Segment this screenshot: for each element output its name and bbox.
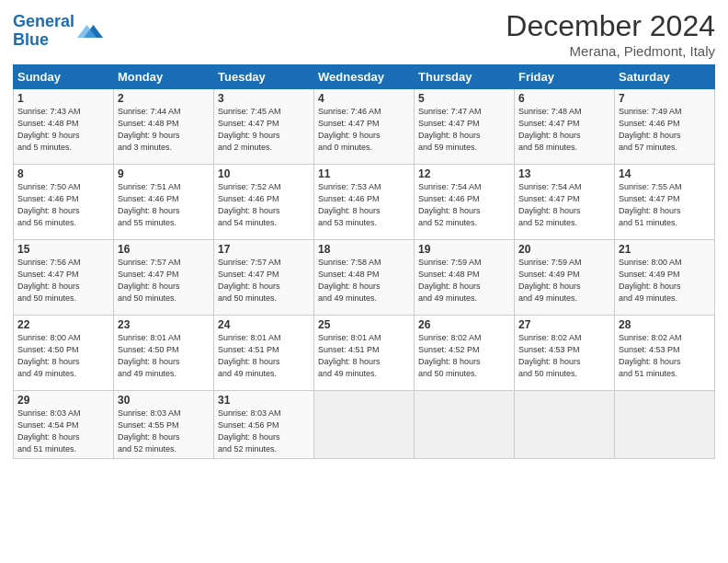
table-row xyxy=(314,391,415,459)
location: Merana, Piedmont, Italy xyxy=(506,43,715,59)
day-number: 25 xyxy=(318,318,410,331)
header-tuesday: Tuesday xyxy=(214,65,314,89)
table-row: 25Sunrise: 8:01 AMSunset: 4:51 PMDayligh… xyxy=(314,316,415,391)
table-row: 9Sunrise: 7:51 AMSunset: 4:46 PMDaylight… xyxy=(114,165,214,240)
day-number: 27 xyxy=(518,318,610,331)
day-info: Sunrise: 7:48 AMSunset: 4:47 PMDaylight:… xyxy=(518,106,610,154)
logo: General Blue xyxy=(13,13,103,50)
day-number: 4 xyxy=(318,92,410,105)
day-number: 17 xyxy=(218,243,310,256)
logo-text: General Blue xyxy=(13,13,74,50)
day-number: 18 xyxy=(318,243,410,256)
table-row: 31Sunrise: 8:03 AMSunset: 4:56 PMDayligh… xyxy=(214,391,314,459)
table-row: 5Sunrise: 7:47 AMSunset: 4:47 PMDaylight… xyxy=(415,89,515,165)
day-number: 1 xyxy=(17,92,109,105)
day-number: 30 xyxy=(118,394,210,407)
day-number: 16 xyxy=(118,243,210,256)
table-row: 27Sunrise: 8:02 AMSunset: 4:53 PMDayligh… xyxy=(515,316,615,391)
day-number: 5 xyxy=(418,92,510,105)
day-info: Sunrise: 8:00 AMSunset: 4:50 PMDaylight:… xyxy=(17,332,109,380)
day-number: 10 xyxy=(218,167,310,180)
table-row: 8Sunrise: 7:50 AMSunset: 4:46 PMDaylight… xyxy=(14,165,114,240)
day-info: Sunrise: 8:03 AMSunset: 4:56 PMDaylight:… xyxy=(218,408,310,455)
day-number: 8 xyxy=(17,167,109,180)
logo-icon xyxy=(77,18,103,44)
day-info: Sunrise: 7:53 AMSunset: 4:46 PMDaylight:… xyxy=(318,181,410,229)
day-info: Sunrise: 7:46 AMSunset: 4:47 PMDaylight:… xyxy=(318,106,410,154)
table-row: 12Sunrise: 7:54 AMSunset: 4:46 PMDayligh… xyxy=(415,165,515,240)
table-row: 14Sunrise: 7:55 AMSunset: 4:47 PMDayligh… xyxy=(615,165,715,240)
calendar-table: Sunday Monday Tuesday Wednesday Thursday… xyxy=(13,64,715,459)
table-row: 19Sunrise: 7:59 AMSunset: 4:48 PMDayligh… xyxy=(415,240,515,316)
day-info: Sunrise: 8:02 AMSunset: 4:53 PMDaylight:… xyxy=(518,332,610,380)
table-row: 17Sunrise: 7:57 AMSunset: 4:47 PMDayligh… xyxy=(214,240,314,316)
table-row: 23Sunrise: 8:01 AMSunset: 4:50 PMDayligh… xyxy=(114,316,214,391)
day-info: Sunrise: 7:54 AMSunset: 4:46 PMDaylight:… xyxy=(418,181,510,229)
table-row: 2Sunrise: 7:44 AMSunset: 4:48 PMDaylight… xyxy=(114,89,214,165)
day-info: Sunrise: 8:01 AMSunset: 4:51 PMDaylight:… xyxy=(318,332,410,380)
table-row xyxy=(515,391,615,459)
day-info: Sunrise: 8:01 AMSunset: 4:51 PMDaylight:… xyxy=(218,332,310,380)
day-info: Sunrise: 7:47 AMSunset: 4:47 PMDaylight:… xyxy=(418,106,510,154)
day-number: 31 xyxy=(218,394,310,407)
table-row: 4Sunrise: 7:46 AMSunset: 4:47 PMDaylight… xyxy=(314,89,415,165)
day-info: Sunrise: 8:01 AMSunset: 4:50 PMDaylight:… xyxy=(118,332,210,380)
day-info: Sunrise: 8:02 AMSunset: 4:52 PMDaylight:… xyxy=(418,332,510,380)
day-number: 21 xyxy=(619,243,711,256)
table-row xyxy=(615,391,715,459)
day-info: Sunrise: 8:00 AMSunset: 4:49 PMDaylight:… xyxy=(619,257,711,304)
header: General Blue December 2024 Merana, Piedm… xyxy=(13,9,715,59)
title-block: December 2024 Merana, Piedmont, Italy xyxy=(506,9,715,59)
header-row: Sunday Monday Tuesday Wednesday Thursday… xyxy=(14,65,715,89)
table-row: 13Sunrise: 7:54 AMSunset: 4:47 PMDayligh… xyxy=(515,165,615,240)
day-info: Sunrise: 7:50 AMSunset: 4:46 PMDaylight:… xyxy=(17,181,109,229)
header-monday: Monday xyxy=(114,65,214,89)
day-info: Sunrise: 7:44 AMSunset: 4:48 PMDaylight:… xyxy=(118,106,210,154)
day-info: Sunrise: 7:43 AMSunset: 4:48 PMDaylight:… xyxy=(17,106,109,154)
day-number: 19 xyxy=(418,243,510,256)
page-container: General Blue December 2024 Merana, Piedm… xyxy=(0,0,728,465)
day-number: 13 xyxy=(518,167,610,180)
table-row: 21Sunrise: 8:00 AMSunset: 4:49 PMDayligh… xyxy=(615,240,715,316)
day-number: 29 xyxy=(17,394,109,407)
table-row: 22Sunrise: 8:00 AMSunset: 4:50 PMDayligh… xyxy=(14,316,114,391)
logo-blue: Blue xyxy=(13,30,49,49)
header-thursday: Thursday xyxy=(415,65,515,89)
table-row: 1Sunrise: 7:43 AMSunset: 4:48 PMDaylight… xyxy=(14,89,114,165)
day-number: 3 xyxy=(218,92,310,105)
day-info: Sunrise: 7:58 AMSunset: 4:48 PMDaylight:… xyxy=(318,257,410,304)
day-number: 9 xyxy=(118,167,210,180)
logo-general: General xyxy=(13,12,74,30)
day-info: Sunrise: 7:45 AMSunset: 4:47 PMDaylight:… xyxy=(218,106,310,154)
day-info: Sunrise: 7:54 AMSunset: 4:47 PMDaylight:… xyxy=(518,181,610,229)
day-info: Sunrise: 7:57 AMSunset: 4:47 PMDaylight:… xyxy=(118,257,210,304)
table-row: 15Sunrise: 7:56 AMSunset: 4:47 PMDayligh… xyxy=(14,240,114,316)
day-number: 6 xyxy=(518,92,610,105)
table-row: 26Sunrise: 8:02 AMSunset: 4:52 PMDayligh… xyxy=(415,316,515,391)
table-row: 3Sunrise: 7:45 AMSunset: 4:47 PMDaylight… xyxy=(214,89,314,165)
table-row: 29Sunrise: 8:03 AMSunset: 4:54 PMDayligh… xyxy=(14,391,114,459)
day-info: Sunrise: 8:03 AMSunset: 4:55 PMDaylight:… xyxy=(118,408,210,455)
table-row: 16Sunrise: 7:57 AMSunset: 4:47 PMDayligh… xyxy=(114,240,214,316)
day-info: Sunrise: 8:03 AMSunset: 4:54 PMDaylight:… xyxy=(17,408,109,455)
table-row: 18Sunrise: 7:58 AMSunset: 4:48 PMDayligh… xyxy=(314,240,415,316)
day-number: 14 xyxy=(619,167,711,180)
table-row: 28Sunrise: 8:02 AMSunset: 4:53 PMDayligh… xyxy=(615,316,715,391)
table-row xyxy=(415,391,515,459)
day-info: Sunrise: 7:55 AMSunset: 4:47 PMDaylight:… xyxy=(619,181,711,229)
day-number: 15 xyxy=(17,243,109,256)
table-row: 6Sunrise: 7:48 AMSunset: 4:47 PMDaylight… xyxy=(515,89,615,165)
table-row: 10Sunrise: 7:52 AMSunset: 4:46 PMDayligh… xyxy=(214,165,314,240)
day-number: 2 xyxy=(118,92,210,105)
table-row: 7Sunrise: 7:49 AMSunset: 4:46 PMDaylight… xyxy=(615,89,715,165)
table-row: 20Sunrise: 7:59 AMSunset: 4:49 PMDayligh… xyxy=(515,240,615,316)
day-number: 26 xyxy=(418,318,510,331)
day-info: Sunrise: 7:56 AMSunset: 4:47 PMDaylight:… xyxy=(17,257,109,304)
day-info: Sunrise: 7:51 AMSunset: 4:46 PMDaylight:… xyxy=(118,181,210,229)
day-number: 12 xyxy=(418,167,510,180)
day-info: Sunrise: 7:57 AMSunset: 4:47 PMDaylight:… xyxy=(218,257,310,304)
header-sunday: Sunday xyxy=(14,65,114,89)
table-row: 11Sunrise: 7:53 AMSunset: 4:46 PMDayligh… xyxy=(314,165,415,240)
day-number: 22 xyxy=(17,318,109,331)
day-info: Sunrise: 7:52 AMSunset: 4:46 PMDaylight:… xyxy=(218,181,310,229)
